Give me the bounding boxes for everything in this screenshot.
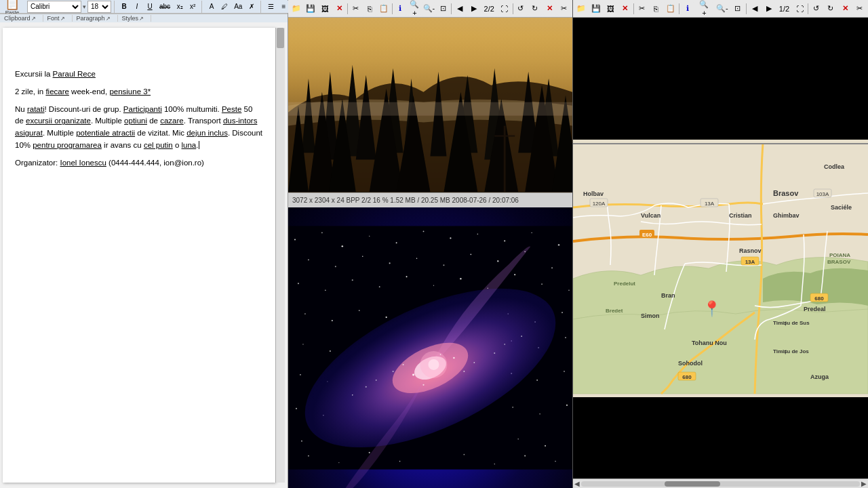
prev-img-btn[interactable]: 🖼 — [318, 2, 332, 16]
browser-zoom-fit-btn[interactable]: ⊡ — [731, 2, 745, 16]
bold-btn[interactable]: B — [118, 1, 130, 13]
toolbar-close-btn[interactable]: ✕ — [543, 2, 557, 16]
format-group: Calibri ▾ 18 — [27, 1, 115, 13]
forest-svg — [288, 18, 572, 192]
map-background: .road-major { stroke: #f9c74f; stroke-wi… — [573, 140, 868, 397]
font-size-increase-btn[interactable]: Aa — [231, 1, 245, 13]
browser-toolbar-close-btn[interactable]: ✕ — [839, 2, 852, 16]
scroll-right-btn[interactable]: ▶ — [861, 480, 867, 487]
zoom-fit-btn[interactable]: ⊡ — [436, 2, 450, 16]
cut-btn[interactable]: ✂ — [349, 2, 362, 16]
font-select[interactable]: Calibri — [27, 1, 81, 13]
close-viewer-btn[interactable]: ✕ — [332, 2, 346, 16]
browser-copy-btn[interactable]: ⎘ — [649, 2, 663, 16]
rotate-right-btn[interactable]: ↻ — [528, 2, 542, 16]
zoom-out-btn[interactable]: 🔍- — [422, 2, 435, 16]
browser-prev-btn[interactable]: ◀ — [748, 2, 762, 16]
svg-text:Predelut: Predelut — [614, 281, 635, 287]
svg-point-25 — [551, 267, 553, 268]
paste-btn[interactable]: 📋 — [377, 2, 391, 16]
scroll-left-btn[interactable]: ◀ — [574, 480, 580, 487]
browser-img-btn[interactable]: 🖼 — [604, 2, 618, 16]
styles-expand-icon[interactable]: ↗ — [139, 16, 144, 22]
document-page[interactable]: Excursii la Paraul Rece 2 zile, in fieca… — [3, 28, 275, 483]
bullets-btn[interactable]: ☰ — [264, 1, 277, 13]
superscript-btn[interactable]: x² — [186, 1, 199, 13]
subscript-btn[interactable]: x₂ — [174, 1, 186, 13]
scroll-track[interactable] — [581, 481, 860, 487]
strikethrough-btn[interactable]: abc — [157, 1, 173, 13]
prev-btn[interactable]: ◀ — [453, 2, 467, 16]
browser-fullscreen-btn[interactable]: ⛶ — [793, 2, 806, 16]
zoom-in-btn[interactable]: 🔍+ — [408, 2, 421, 16]
clipboard-expand-icon[interactable]: ↗ — [31, 16, 36, 22]
browser-rotate-right-btn[interactable]: ↻ — [824, 2, 837, 16]
copy-btn[interactable]: ⎘ — [363, 2, 376, 16]
browser-cut-btn[interactable]: ✂ — [635, 2, 648, 16]
svg-point-70 — [463, 371, 465, 372]
browser-rotate-left-btn[interactable]: ↺ — [810, 2, 823, 16]
organizer-label: Organizator: — [15, 159, 60, 167]
italic-btn[interactable]: I — [131, 1, 143, 13]
svg-text:13A: 13A — [705, 201, 715, 207]
rotate-left-btn[interactable]: ↺ — [514, 2, 528, 16]
color-group: A 🖊 Aa ✗ — [205, 1, 261, 13]
svg-text:Codlea: Codlea — [824, 163, 845, 170]
svg-point-32 — [460, 278, 461, 279]
svg-text:Tohanu Nou: Tohanu Nou — [692, 340, 727, 346]
info-btn[interactable]: ℹ — [393, 2, 407, 16]
font-color-btn[interactable]: A — [205, 1, 218, 13]
svg-rect-3 — [288, 102, 572, 116]
paragraph-expand-icon[interactable]: ↗ — [106, 16, 111, 22]
excursii-text: Excursii la — [15, 70, 53, 78]
highlight-btn[interactable]: 🖊 — [218, 1, 231, 13]
browser-zoom-out-btn[interactable]: 🔍- — [714, 2, 730, 16]
svg-point-26 — [298, 283, 299, 284]
font-size-select[interactable]: 18 — [87, 1, 111, 13]
svg-point-12 — [477, 234, 479, 235]
doc-paragraph-3: Organizator: Ionel Ionescu (0444-444.444… — [15, 157, 263, 169]
svg-point-18 — [362, 256, 363, 258]
svg-point-13 — [504, 240, 505, 241]
svg-text:Brasov: Brasov — [773, 189, 799, 197]
svg-point-17 — [335, 266, 336, 267]
open-btn[interactable]: 📁 — [290, 2, 303, 16]
browser-save-btn[interactable]: 💾 — [589, 2, 604, 16]
svg-text:Rasnov: Rasnov — [739, 247, 762, 254]
browser-close-btn[interactable]: ✕ — [618, 2, 632, 16]
font-expand-icon[interactable]: ↗ — [60, 16, 65, 22]
browser-next-btn[interactable]: ▶ — [762, 2, 776, 16]
text-format-group: B I U abc x₂ x² — [118, 1, 202, 13]
fullscreen-btn[interactable]: ⛶ — [498, 2, 511, 16]
browser-open-btn[interactable]: 📁 — [574, 2, 589, 16]
organizer-name: Ionel Ionescu — [60, 159, 106, 167]
svg-text:📍: 📍 — [703, 300, 722, 318]
browser-divider1 — [633, 3, 634, 14]
svg-text:Saciéle: Saciéle — [831, 204, 852, 211]
forest-image[interactable] — [288, 18, 572, 192]
browser-scrollbar[interactable]: ◀ ▶ — [573, 479, 868, 488]
svg-point-74 — [473, 362, 475, 363]
svg-point-77 — [521, 336, 522, 337]
forest-background — [288, 18, 572, 192]
svg-point-40 — [386, 317, 387, 318]
save-btn[interactable]: 💾 — [304, 2, 317, 16]
svg-point-82 — [338, 462, 339, 463]
galaxy-image[interactable] — [288, 207, 572, 488]
browser-black-top — [573, 18, 868, 140]
image-viewer-panel: 📁 💾 🖼 ✕ ✂ ⎘ 📋 ℹ 🔍+ 🔍- ⊡ ◀ ▶ 2/2 ⛶ ↺ ↻ ✕ … — [288, 0, 573, 488]
svg-text:680: 680 — [814, 296, 824, 302]
next-btn[interactable]: ▶ — [467, 2, 481, 16]
browser-zoom-in-btn[interactable]: 🔍+ — [695, 2, 713, 16]
map-area[interactable]: .road-major { stroke: #f9c74f; stroke-wi… — [573, 140, 868, 397]
doc-scrollbar[interactable] — [275, 28, 285, 483]
browser-paste-btn[interactable]: 📋 — [663, 2, 677, 16]
underline-btn[interactable]: U — [144, 1, 156, 13]
browser-toolbar-scissors-btn[interactable]: ✂ — [853, 2, 867, 16]
clear-format-btn[interactable]: ✗ — [245, 1, 258, 13]
browser-info-btn[interactable]: ℹ — [681, 2, 694, 16]
svg-point-58 — [566, 405, 568, 406]
svg-point-49 — [300, 374, 301, 375]
svg-point-60 — [517, 439, 519, 440]
toolbar-scissors-btn[interactable]: ✂ — [557, 2, 571, 16]
